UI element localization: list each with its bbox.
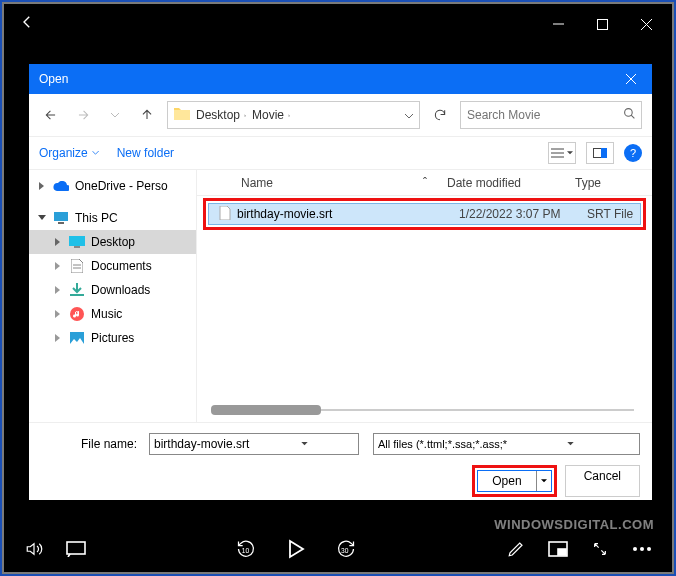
nav-up-button[interactable] bbox=[135, 103, 159, 127]
svg-rect-14 bbox=[558, 549, 566, 555]
column-name[interactable]: Nameˆ bbox=[197, 176, 437, 190]
svg-text:30: 30 bbox=[341, 547, 349, 554]
volume-icon[interactable] bbox=[22, 537, 46, 561]
back-arrow-icon[interactable] bbox=[18, 13, 36, 35]
svg-rect-4 bbox=[54, 212, 68, 221]
open-button[interactable]: Open bbox=[478, 471, 536, 491]
svg-rect-6 bbox=[69, 236, 85, 246]
maximize-button[interactable] bbox=[580, 9, 624, 39]
music-icon bbox=[69, 306, 85, 322]
preview-pane-button[interactable] bbox=[586, 142, 614, 164]
close-app-button[interactable] bbox=[624, 9, 668, 39]
skip-back-icon[interactable]: 10 bbox=[234, 537, 258, 561]
subtitles-icon[interactable] bbox=[64, 537, 88, 561]
view-options-button[interactable] bbox=[548, 142, 576, 164]
svg-text:10: 10 bbox=[242, 547, 250, 554]
tree-item-desktop[interactable]: Desktop bbox=[29, 230, 196, 254]
organize-button[interactable]: Organize bbox=[39, 146, 99, 160]
svg-rect-10 bbox=[67, 542, 85, 554]
open-dropdown-button[interactable] bbox=[537, 471, 551, 491]
cancel-button[interactable]: Cancel bbox=[565, 465, 640, 497]
nav-forward-button[interactable] bbox=[71, 103, 95, 127]
column-date[interactable]: Date modified bbox=[437, 176, 565, 190]
file-date: 1/22/2022 3:07 PM bbox=[449, 207, 577, 221]
fullscreen-icon[interactable] bbox=[588, 537, 612, 561]
filename-input[interactable]: birthday-movie.srt bbox=[149, 433, 359, 455]
address-bar[interactable]: Desktop › Movie › bbox=[167, 101, 420, 129]
file-type-filter[interactable]: All files (*.ttml;*.ssa;*.ass;*.srt;*. bbox=[373, 433, 640, 455]
cloud-icon bbox=[53, 178, 69, 194]
svg-rect-0 bbox=[597, 19, 607, 29]
refresh-button[interactable] bbox=[428, 103, 452, 127]
svg-rect-3 bbox=[601, 148, 607, 158]
dialog-title: Open bbox=[39, 72, 68, 86]
recent-locations-button[interactable] bbox=[103, 103, 127, 127]
play-icon[interactable] bbox=[284, 537, 308, 561]
search-icon bbox=[623, 106, 636, 124]
highlight-annotation: Open bbox=[472, 465, 556, 497]
new-folder-button[interactable]: New folder bbox=[117, 146, 174, 160]
tree-item-music[interactable]: Music bbox=[29, 302, 196, 326]
navigation-tree: OneDrive - Perso This PC Desktop bbox=[29, 170, 197, 422]
file-name: birthday-movie.srt bbox=[237, 207, 332, 221]
horizontal-scrollbar[interactable] bbox=[211, 404, 634, 416]
minimize-button[interactable] bbox=[536, 9, 580, 39]
skip-forward-icon[interactable]: 30 bbox=[334, 537, 358, 561]
watermark: WINDOWSDIGITAL.COM bbox=[494, 517, 654, 532]
file-type: SRT File bbox=[577, 207, 640, 221]
search-input[interactable] bbox=[467, 108, 617, 122]
highlight-annotation: birthday-movie.srt 1/22/2022 3:07 PM SRT… bbox=[203, 198, 646, 230]
svg-rect-7 bbox=[74, 246, 80, 248]
svg-point-16 bbox=[640, 547, 644, 551]
column-type[interactable]: Type bbox=[565, 176, 652, 190]
filename-label: File name: bbox=[41, 437, 141, 451]
help-button[interactable]: ? bbox=[624, 144, 642, 162]
filename-dropdown-icon[interactable] bbox=[254, 436, 354, 452]
search-box[interactable] bbox=[460, 101, 642, 129]
dialog-titlebar: Open bbox=[29, 64, 652, 94]
svg-point-17 bbox=[647, 547, 651, 551]
app-titlebar bbox=[4, 4, 672, 44]
folder-icon bbox=[174, 107, 190, 123]
close-dialog-button[interactable] bbox=[616, 68, 646, 90]
pc-icon bbox=[53, 210, 69, 226]
edit-icon[interactable] bbox=[504, 537, 528, 561]
tree-item-documents[interactable]: Documents bbox=[29, 254, 196, 278]
tree-item-onedrive[interactable]: OneDrive - Perso bbox=[29, 174, 196, 198]
file-list: Nameˆ Date modified Type birthday-movie.… bbox=[197, 170, 652, 422]
tree-item-downloads[interactable]: Downloads bbox=[29, 278, 196, 302]
tree-item-pictures[interactable]: Pictures bbox=[29, 326, 196, 350]
svg-point-15 bbox=[633, 547, 637, 551]
breadcrumb-segment: Movie › bbox=[252, 108, 290, 122]
svg-point-1 bbox=[625, 109, 633, 117]
open-file-dialog: Open Desktop › Movie › O bbox=[29, 64, 652, 500]
desktop-icon bbox=[69, 234, 85, 250]
chevron-down-icon[interactable] bbox=[405, 108, 413, 122]
svg-rect-5 bbox=[58, 222, 64, 224]
filter-dropdown-icon[interactable] bbox=[507, 436, 636, 452]
picture-icon bbox=[69, 330, 85, 346]
tree-item-this-pc[interactable]: This PC bbox=[29, 206, 196, 230]
breadcrumb-segment: Desktop › bbox=[196, 108, 246, 122]
download-icon bbox=[69, 282, 85, 298]
media-player-bar: 10 30 bbox=[4, 526, 672, 572]
document-icon bbox=[69, 258, 85, 274]
more-icon[interactable] bbox=[630, 537, 654, 561]
file-icon bbox=[219, 206, 231, 223]
miniplayer-icon[interactable] bbox=[546, 537, 570, 561]
nav-back-button[interactable] bbox=[39, 103, 63, 127]
file-row[interactable]: birthday-movie.srt 1/22/2022 3:07 PM SRT… bbox=[208, 203, 641, 225]
